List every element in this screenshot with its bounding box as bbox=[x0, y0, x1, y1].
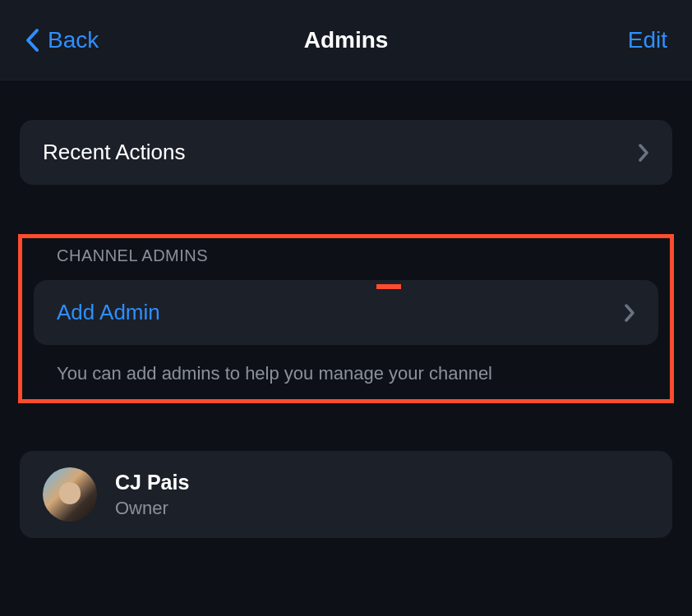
admin-list: CJ Pais Owner bbox=[20, 451, 672, 538]
highlight-annotation: CHANNEL ADMINS Add Admin You can add adm… bbox=[18, 234, 674, 403]
admin-info: CJ Pais Owner bbox=[115, 471, 189, 519]
admin-role: Owner bbox=[115, 498, 189, 519]
avatar bbox=[43, 467, 97, 522]
channel-admins-footer: You can add admins to help you manage yo… bbox=[34, 345, 658, 384]
recent-actions-row[interactable]: Recent Actions bbox=[20, 120, 672, 185]
chevron-right-icon bbox=[638, 144, 649, 162]
add-admin-label: Add Admin bbox=[57, 300, 160, 325]
navigation-header: Back Admins Edit bbox=[0, 0, 692, 80]
recent-actions-label: Recent Actions bbox=[43, 140, 185, 165]
page-title: Admins bbox=[304, 27, 389, 53]
channel-admins-header: CHANNEL ADMINS bbox=[34, 246, 658, 280]
chevron-left-icon bbox=[25, 28, 39, 53]
admin-name: CJ Pais bbox=[115, 471, 189, 494]
chevron-right-icon bbox=[624, 304, 635, 322]
edit-button[interactable]: Edit bbox=[628, 27, 667, 53]
highlight-tick-annotation bbox=[376, 284, 401, 289]
add-admin-row[interactable]: Add Admin bbox=[34, 280, 658, 345]
back-button[interactable]: Back bbox=[25, 27, 99, 53]
channel-admins-section: CHANNEL ADMINS Add Admin You can add adm… bbox=[20, 234, 672, 403]
content-area: Recent Actions CHANNEL ADMINS Add Admin … bbox=[0, 80, 692, 538]
back-label: Back bbox=[48, 27, 99, 53]
admin-row[interactable]: CJ Pais Owner bbox=[20, 451, 672, 538]
